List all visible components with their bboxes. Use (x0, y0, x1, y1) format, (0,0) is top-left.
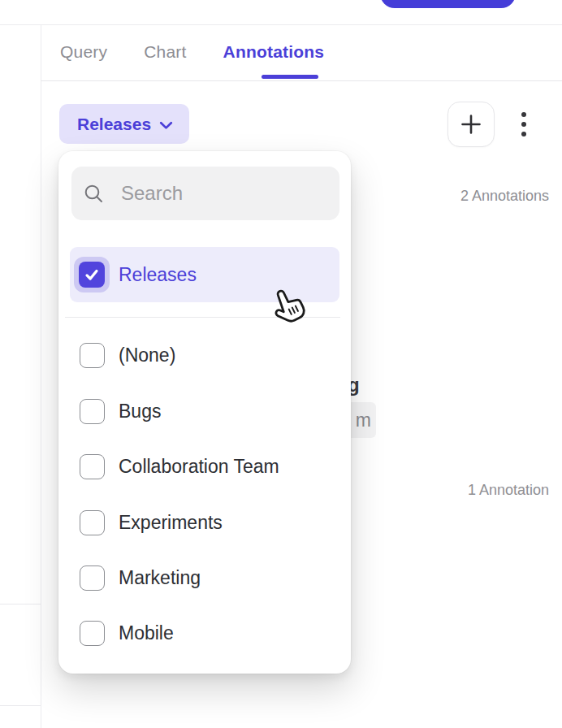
option-label: Collaboration Team (119, 456, 279, 478)
check-icon (83, 266, 101, 284)
option-label: (None) (119, 344, 175, 366)
search-input[interactable] (119, 181, 374, 206)
checkbox-unchecked[interactable] (80, 454, 105, 479)
app-window: Query Chart Annotations Releases 2 Annot… (0, 0, 562, 728)
option-label: Releases (119, 264, 197, 286)
checkbox-unchecked[interactable] (80, 399, 105, 424)
more-options-button[interactable] (514, 104, 534, 145)
dropdown-option-releases[interactable]: Releases (70, 247, 339, 302)
option-label: Experiments (119, 512, 223, 534)
checkbox-checked[interactable] (79, 262, 105, 288)
plus-icon (459, 112, 483, 136)
more-vertical-icon (521, 122, 526, 127)
active-tab-underline (262, 75, 318, 79)
chevron-down-icon (159, 121, 173, 130)
primary-action-button[interactable] (380, 0, 516, 8)
checkbox-unchecked[interactable] (80, 343, 105, 368)
tab-chart[interactable]: Chart (144, 40, 186, 64)
releases-dropdown-panel: Releases (None) Bugs Collaboration Team … (58, 151, 351, 674)
checkbox-focus-ring (74, 257, 110, 292)
more-vertical-icon (521, 112, 526, 117)
annotations-count: 2 Annotations (460, 188, 549, 205)
dropdown-option-bugs[interactable]: Bugs (80, 386, 331, 436)
header-divider (41, 80, 562, 81)
occluded-tag-text: m (356, 410, 371, 431)
option-label: Marketing (119, 567, 201, 589)
dropdown-option-experiments[interactable]: Experiments (80, 497, 331, 548)
tab-annotations[interactable]: Annotations (223, 40, 325, 64)
sidebar-row-divider (0, 705, 41, 706)
annotation-count: 1 Annotation (468, 482, 549, 499)
releases-filter-button[interactable]: Releases (59, 104, 189, 144)
dropdown-option-marketing[interactable]: Marketing (80, 552, 331, 603)
dropdown-option-mobile[interactable]: Mobile (80, 608, 331, 658)
search-icon (83, 183, 105, 205)
dropdown-divider (65, 317, 340, 318)
dropdown-option-collaboration-team[interactable]: Collaboration Team (80, 441, 331, 492)
sidebar-divider (41, 25, 41, 728)
dropdown-option-none[interactable]: (None) (80, 330, 331, 380)
add-annotation-button[interactable] (447, 102, 495, 147)
checkbox-unchecked[interactable] (80, 621, 105, 646)
filter-button-label: Releases (77, 115, 151, 134)
checkbox-unchecked[interactable] (80, 510, 105, 535)
option-label: Bugs (119, 401, 161, 422)
option-label: Mobile (119, 622, 174, 644)
top-divider (0, 24, 562, 25)
dropdown-search[interactable] (71, 167, 339, 220)
more-vertical-icon (521, 132, 526, 136)
tab-query[interactable]: Query (60, 40, 107, 64)
sidebar-row-divider (0, 604, 41, 604)
checkbox-unchecked[interactable] (80, 566, 105, 591)
tab-bar: Query Chart Annotations (60, 40, 324, 64)
